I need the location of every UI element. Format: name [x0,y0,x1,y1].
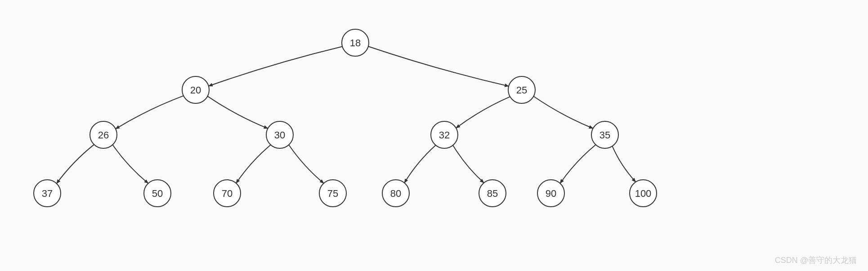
tree-node: 32 [431,121,458,148]
node-value: 50 [152,188,163,199]
tree-edge [116,96,183,129]
tree-node: 18 [342,29,369,56]
tree-node: 20 [182,76,209,103]
binary-tree-diagram: 1820252630323537507075808590100 [0,0,868,271]
tree-node: 50 [144,180,171,207]
tree-node: 30 [266,121,293,148]
tree-edges [57,46,636,183]
node-value: 80 [390,188,401,199]
node-value: 26 [98,129,109,141]
node-value: 35 [600,129,610,141]
tree-edge [533,96,593,128]
tree-edge [453,145,484,183]
node-value: 90 [546,188,556,199]
tree-edge [456,97,510,128]
watermark-text: CSDN @善守的大龙猫 [775,255,857,266]
tree-nodes: 1820252630323537507075808590100 [34,29,657,207]
node-value: 37 [42,188,53,199]
tree-node: 75 [319,180,346,207]
node-value: 100 [635,188,652,199]
tree-node: 100 [630,180,657,207]
tree-edge [209,47,342,86]
tree-node: 85 [479,180,506,207]
node-value: 20 [190,84,201,96]
tree-edge [368,46,509,86]
tree-edge [236,145,271,183]
tree-edge [612,146,635,182]
node-value: 18 [350,37,361,49]
tree-node: 26 [90,121,117,148]
node-value: 32 [439,129,450,141]
tree-edge [57,145,94,184]
tree-node: 35 [591,121,618,148]
node-value: 30 [274,129,285,141]
tree-edge [289,145,324,183]
tree-node: 90 [537,180,564,207]
tree-node: 37 [34,180,61,207]
tree-edge [560,145,595,183]
tree-node: 70 [214,180,241,207]
node-value: 75 [327,188,338,199]
tree-node: 80 [382,180,409,207]
node-value: 70 [222,188,233,199]
tree-edge [404,145,436,183]
tree-edge [112,145,148,183]
node-value: 25 [516,84,527,96]
node-value: 85 [487,188,498,199]
tree-edge [207,96,268,129]
tree-node: 25 [508,76,535,103]
